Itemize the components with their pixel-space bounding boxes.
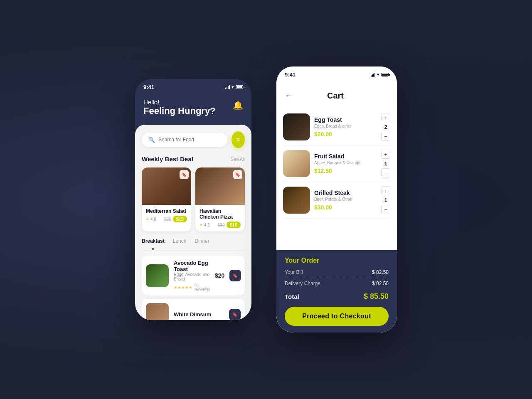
deal-prices-1: $25 $15 xyxy=(164,216,187,222)
deal-meta-1: ★ 4.8 $25 $15 xyxy=(146,216,187,222)
star-icon-1: ★ xyxy=(146,217,149,221)
food-price-avocado: $20 xyxy=(215,272,224,279)
qty-minus-grilled-steak[interactable]: − xyxy=(381,205,390,214)
deal-bookmark-2[interactable]: 🔖 xyxy=(233,170,242,179)
cart-items-list: Egg Toast Eggs, Bread & other $20.00 + 2… xyxy=(276,105,397,250)
new-price-2: $10 xyxy=(227,222,241,228)
cart-item-grilled-steak: Grilled Steak Beef, Potato & Other $30.0… xyxy=(283,182,390,219)
order-bill-label: Your Bill xyxy=(285,269,303,275)
cart-item-egg-toast: Egg Toast Eggs, Bread & other $20.00 + 2… xyxy=(283,109,390,145)
order-total-row: Total $ 85.50 xyxy=(285,292,389,301)
food-bookmark-avocado[interactable]: 🔖 xyxy=(229,270,241,281)
qty-plus-grilled-steak[interactable]: + xyxy=(381,186,390,195)
cart-item-price-fruit-salad: $12.50 xyxy=(314,167,377,174)
cart-item-desc-egg-toast: Eggs, Bread & other xyxy=(314,124,377,128)
food-reviews-avocado: (21 Reviews) xyxy=(195,283,210,291)
status-icons-1: ▾ xyxy=(225,84,243,90)
order-summary-title: Your Order xyxy=(285,257,389,264)
order-delivery-value: $ 02.50 xyxy=(372,281,389,286)
star-icon-2: ★ xyxy=(200,223,203,227)
back-button[interactable]: ← xyxy=(285,91,292,100)
cart-item-details-egg-toast: Egg Toast Eggs, Bread & other $20.00 xyxy=(314,116,377,138)
cart-item-qty-egg-toast: + 2 − xyxy=(381,113,390,141)
cart-item-name-grilled-steak: Grilled Steak xyxy=(314,190,377,196)
cart-item-image-fruit-salad xyxy=(283,150,310,177)
category-breakfast[interactable]: Breakfast xyxy=(142,238,165,246)
food-info-avocado: Avocado Egg Toast Eggs, Avocado and Brea… xyxy=(174,260,210,291)
food-desc-avocado: Eggs, Avocado and Bread xyxy=(174,272,210,281)
food-name-dimsum: White Dimsum xyxy=(174,311,224,318)
battery-icon-1 xyxy=(236,85,243,89)
qty-minus-egg-toast[interactable]: − xyxy=(381,132,390,141)
wifi-icon-2: ▾ xyxy=(377,72,379,77)
cart-item-price-egg-toast: $20.00 xyxy=(314,131,377,138)
food-bookmark-dimsum[interactable]: 🔖 xyxy=(229,309,241,320)
order-summary: Your Order Your Bill $ 82.50 Delivery Ch… xyxy=(276,250,397,332)
status-bar-2: 9:41 ▾ .phone-2 .battery-icon::after{bac… xyxy=(285,71,389,78)
order-total-label: Total xyxy=(285,293,299,300)
rating-value-1: 4.8 xyxy=(150,217,156,222)
filter-icon: ≡ xyxy=(236,136,240,143)
cart-item-desc-fruit-salad: Apple, Banana & Orange xyxy=(314,160,377,165)
deal-rating-1: ★ 4.8 xyxy=(146,217,156,222)
cart-item-name-fruit-salad: Fruit Salad xyxy=(314,153,377,160)
cart-item-qty-grilled-steak: + 1 − xyxy=(381,186,390,214)
signal-icon-1 xyxy=(225,85,230,89)
order-bill-value: $ 82.50 xyxy=(372,269,389,275)
food-rating-avocado: ★★★★★ (21 Reviews) xyxy=(174,283,210,291)
weekly-deal-title: Weekly Best Deal xyxy=(142,155,193,163)
cart-item-price-grilled-steak: $30.00 xyxy=(314,204,377,211)
deal-info-2: Hawaiian Chicken Pizza ★ 4.5 $30 $10 xyxy=(195,205,245,232)
see-all-link[interactable]: See All xyxy=(231,157,245,162)
deal-info-1: Mediterran Salad ★ 4.8 $25 $15 xyxy=(142,205,191,226)
phones-container: 9:41 ▾ Hello! xyxy=(135,66,397,332)
food-item-avocado[interactable]: Avocado Egg Toast Eggs, Avocado and Brea… xyxy=(142,256,245,296)
food-name-avocado: Avocado Egg Toast xyxy=(174,260,210,272)
cart-item-fruit-salad: Fruit Salad Apple, Banana & Orange $12.5… xyxy=(283,145,390,182)
phone-home: 9:41 ▾ Hello! xyxy=(135,79,251,320)
deal-card-2[interactable]: 🔖 Hawaiian Chicken Pizza ★ 4.5 $30 $10 xyxy=(195,167,245,232)
qty-plus-fruit-salad[interactable]: + xyxy=(381,150,390,159)
deal-bookmark-1[interactable]: 🔖 xyxy=(180,170,189,179)
category-lunch[interactable]: Lunch xyxy=(173,238,187,246)
food-image-avocado xyxy=(146,264,169,287)
cart-item-image-grilled-steak xyxy=(283,187,310,214)
order-delivery-row: Delivery Charge $ 02.50 xyxy=(285,281,389,289)
status-bar-1: 9:41 ▾ xyxy=(143,84,243,90)
bell-icon[interactable]: 🔔 xyxy=(233,100,243,110)
qty-minus-fruit-salad[interactable]: − xyxy=(381,168,390,177)
qty-plus-egg-toast[interactable]: + xyxy=(381,113,390,122)
signal-icon-2 xyxy=(371,73,375,77)
rating-value-2: 4.5 xyxy=(204,223,210,227)
qty-num-egg-toast: 2 xyxy=(384,124,387,130)
deal-card-1[interactable]: 🔖 Mediterran Salad ★ 4.8 $25 $15 xyxy=(142,167,191,232)
new-price-1: $15 xyxy=(173,216,187,222)
checkout-button[interactable]: Proceed to Checkout xyxy=(285,307,389,326)
battery-icon-2: .phone-2 .battery-icon::after{background… xyxy=(381,73,389,76)
cart-item-desc-grilled-steak: Beef, Potato & Other xyxy=(314,197,377,202)
deal-rating-2: ★ 4.5 xyxy=(200,223,210,227)
deal-prices-2: $30 $10 xyxy=(218,222,241,228)
cart-item-details-grilled-steak: Grilled Steak Beef, Potato & Other $30.0… xyxy=(314,190,377,211)
cart-item-name-egg-toast: Egg Toast xyxy=(314,116,377,123)
status-icons-2: ▾ .phone-2 .battery-icon::after{backgrou… xyxy=(371,72,389,77)
greeting-subtitle: Feeling Hungry? xyxy=(143,106,216,116)
deal-name-2: Hawaiian Chicken Pizza xyxy=(200,208,241,220)
greeting-section: Hello! Feeling Hungry? 🔔 xyxy=(135,94,251,125)
wifi-icon-1: ▾ xyxy=(232,84,234,90)
food-image-dimsum xyxy=(146,303,169,320)
order-delivery-label: Delivery Charge xyxy=(285,281,320,286)
category-dinner[interactable]: Dinner xyxy=(195,238,209,246)
food-item-dimsum[interactable]: White Dimsum 🔖 xyxy=(142,299,245,320)
deal-meta-2: ★ 4.5 $30 $10 xyxy=(200,222,241,228)
search-input[interactable] xyxy=(158,137,221,143)
old-price-1: $25 xyxy=(164,217,171,222)
cart-header: ← Cart xyxy=(276,82,397,105)
deals-grid: 🔖 Mediterran Salad ★ 4.8 $25 $15 xyxy=(142,167,245,232)
greeting-hello: Hello! xyxy=(143,99,216,106)
phone-home-body: 🔍 ≡ Weekly Best Deal See All 🔖 xyxy=(135,125,251,320)
cart-item-details-fruit-salad: Fruit Salad Apple, Banana & Orange $12.5… xyxy=(314,153,377,174)
weekly-deal-header: Weekly Best Deal See All xyxy=(142,155,245,163)
search-bar[interactable]: 🔍 xyxy=(142,133,227,147)
filter-button[interactable]: ≡ xyxy=(232,131,245,148)
